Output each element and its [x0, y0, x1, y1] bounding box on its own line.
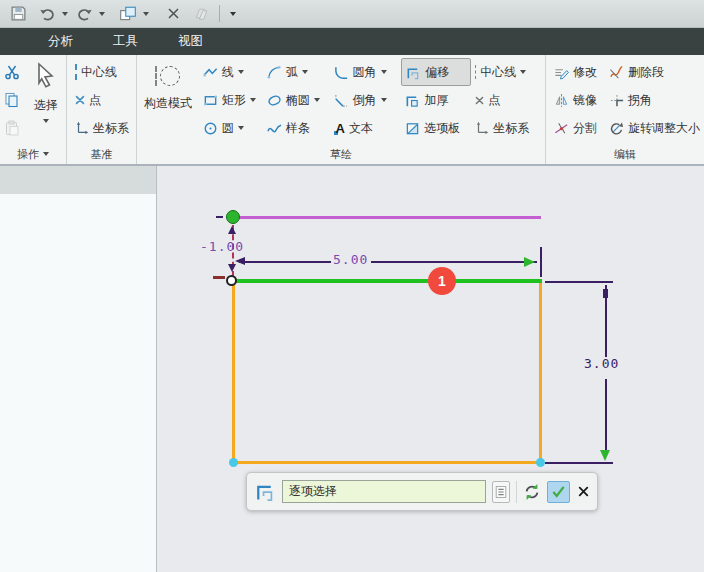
- chevron-down-icon: [238, 70, 244, 74]
- duplicate-icon: [189, 3, 212, 25]
- height-dim-ext-bottom: [545, 462, 613, 464]
- chevron-down-icon: [250, 98, 256, 102]
- arc-icon: [267, 65, 282, 80]
- chevron-down-icon: [62, 12, 68, 16]
- paste-button[interactable]: [0, 114, 26, 142]
- chevron-down-icon: [143, 12, 149, 16]
- edge-tick-left: [213, 276, 225, 279]
- dim-width-value[interactable]: 5.00: [333, 253, 368, 266]
- width-dim-handle-arrow[interactable]: [524, 257, 535, 267]
- undo-dropdown[interactable]: [59, 3, 71, 25]
- mirror-icon: [554, 93, 569, 108]
- coordinate-system-button[interactable]: 坐标系: [71, 114, 133, 142]
- cancel-icon[interactable]: [578, 486, 589, 497]
- close-button[interactable]: [164, 3, 183, 25]
- select-button[interactable]: 选择: [26, 58, 66, 144]
- vertex-marker-circle[interactable]: [226, 275, 237, 286]
- spline-icon: [267, 121, 282, 136]
- sketch-point-button[interactable]: 点: [471, 86, 545, 114]
- chevron-down-icon: [302, 70, 308, 74]
- corner-button[interactable]: 拐角: [605, 86, 704, 114]
- rotate-resize-icon: [609, 121, 624, 136]
- group-edit: 修改 镜像 分割 删除段: [546, 55, 704, 164]
- offset-icon: [406, 65, 421, 80]
- group-label-operations[interactable]: 操作: [0, 144, 66, 164]
- fillet-icon: [334, 65, 349, 80]
- point-button[interactable]: 点: [71, 86, 133, 114]
- chamfer-button[interactable]: 倒角: [330, 86, 402, 114]
- delete-segment-button[interactable]: 删除段: [605, 58, 704, 86]
- cut-button[interactable]: [0, 58, 26, 86]
- redo-button[interactable]: [73, 3, 96, 25]
- rect-bottom-edge[interactable]: [232, 461, 542, 464]
- arc-button[interactable]: 弧: [263, 58, 330, 86]
- selection-mode-input[interactable]: [282, 480, 486, 503]
- cursor-icon: [35, 62, 57, 92]
- ellipse-button[interactable]: 椭圆: [263, 86, 330, 114]
- spline-button[interactable]: 样条: [263, 114, 330, 142]
- tab-analysis[interactable]: 分析: [28, 28, 93, 55]
- rect-right-edge[interactable]: [539, 283, 542, 463]
- arrange-windows-button[interactable]: [116, 3, 140, 25]
- vertex-dot-bottom-left[interactable]: [229, 458, 238, 467]
- tab-view[interactable]: 视图: [158, 28, 223, 55]
- redo-dropdown[interactable]: [96, 3, 108, 25]
- modify-button[interactable]: 修改: [550, 58, 605, 86]
- group-label-datum: 基准: [91, 147, 113, 162]
- chevron-down-icon: [43, 119, 49, 123]
- more-commands-dropdown[interactable]: [227, 3, 239, 25]
- sketch-canvas[interactable]: [157, 166, 704, 572]
- dim-offset-value[interactable]: -1.00: [200, 240, 244, 253]
- regenerate-icon[interactable]: [523, 483, 541, 501]
- group-sketch: 构造模式 线 矩形 圆: [137, 55, 546, 164]
- centerline-button[interactable]: 中心线: [71, 58, 133, 86]
- divide-icon: [554, 121, 569, 136]
- rectangle-button[interactable]: 矩形: [199, 86, 263, 114]
- rotate-resize-button[interactable]: 旋转调整大小: [605, 114, 704, 142]
- fillet-button[interactable]: 圆角: [330, 58, 402, 86]
- palette-icon: [405, 121, 420, 136]
- circle-button[interactable]: 圆: [199, 114, 263, 142]
- dim-height-value[interactable]: 3.00: [584, 357, 619, 370]
- palette-button[interactable]: 选项板: [401, 114, 471, 142]
- thicken-icon: [405, 93, 420, 108]
- quick-access-toolbar: [0, 0, 704, 28]
- line-button[interactable]: 线: [199, 58, 263, 86]
- width-dim-line-left: [239, 261, 331, 263]
- width-dim-arrow-left: [235, 257, 245, 265]
- arrange-windows-dropdown[interactable]: [140, 3, 152, 25]
- chevron-down-icon: [520, 70, 526, 74]
- chevron-down-icon: [43, 152, 49, 156]
- corner-icon: [609, 93, 624, 108]
- thicken-button[interactable]: 加厚: [401, 86, 471, 114]
- toolbar-divider: [219, 5, 220, 22]
- height-dim-handle-arrow[interactable]: [600, 450, 610, 461]
- offset-result-line[interactable]: [233, 216, 541, 219]
- point-cross-icon: [75, 95, 85, 105]
- check-icon: [551, 484, 566, 499]
- rect-left-edge[interactable]: [232, 283, 235, 463]
- offset-button[interactable]: 偏移: [401, 58, 471, 86]
- height-dim-ext-top: [545, 281, 613, 283]
- tab-tools[interactable]: 工具: [93, 28, 158, 55]
- group-label-sketch: 草绘: [330, 147, 352, 162]
- construction-mode-button[interactable]: 构造模式: [144, 58, 192, 112]
- offset-line-endpoint[interactable]: [226, 210, 240, 224]
- options-list-button[interactable]: [492, 481, 509, 503]
- ribbon: 选择 操作 中心线 点: [0, 55, 704, 166]
- undo-button[interactable]: [36, 3, 59, 25]
- mirror-button[interactable]: 镜像: [550, 86, 605, 114]
- text-button[interactable]: A 文本: [330, 114, 402, 142]
- left-panel: [0, 166, 157, 572]
- divide-button[interactable]: 分割: [550, 114, 605, 142]
- offset-dim-arrow-down: [228, 264, 236, 272]
- sketch-centerline-button[interactable]: 中心线: [471, 58, 545, 86]
- rectangle-icon: [203, 93, 218, 108]
- vertex-dot-bottom-right[interactable]: [536, 458, 545, 467]
- selected-top-edge[interactable]: [231, 279, 542, 283]
- accept-button[interactable]: [547, 481, 570, 503]
- save-button[interactable]: [7, 3, 30, 25]
- sketch-coordinate-system-button[interactable]: 坐标系: [471, 114, 545, 142]
- copy-button[interactable]: [0, 86, 26, 114]
- text-icon: A: [334, 122, 345, 135]
